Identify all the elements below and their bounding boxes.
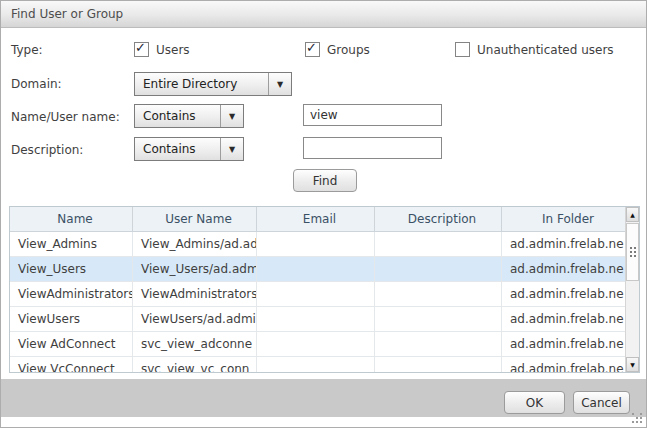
cell-description [375,232,502,256]
domain-dropdown[interactable]: Entire Directory ▼ [134,72,292,96]
table-row[interactable]: ViewUsers ViewUsers/ad.admi ad.admin.fre… [10,307,639,332]
groups-checkbox[interactable]: Groups [305,42,370,57]
cell-description [375,332,502,356]
resize-grip[interactable] [632,413,643,424]
chevron-down-icon: ▼ [229,112,235,121]
cell-name: View_Admins [10,232,133,256]
scrollbar-grip-icon [630,247,632,249]
cell-user-name: ViewAdministrators [133,282,257,306]
cell-in-folder: ad.admin.frelab.ne [502,357,626,373]
groups-checkbox-label: Groups [327,43,370,57]
type-label: Type: [11,43,43,57]
table-row[interactable]: View_Users View_Users/ad.adm ad.admin.fr… [10,257,639,282]
chevron-down-icon: ▼ [277,80,283,89]
cell-email [257,307,375,331]
table-row[interactable]: View VcConnect svc_view_vc_conn ad.admin… [10,357,639,373]
domain-label: Domain: [11,77,62,91]
cell-in-folder: ad.admin.frelab.ne [502,332,626,356]
cell-name: ViewUsers [10,307,133,331]
cell-name: ViewAdministrators [10,282,133,306]
checkbox-icon[interactable] [455,42,470,57]
dropdown-arrow-button[interactable]: ▼ [220,138,243,160]
cell-user-name: View_Admins/ad.ad [133,232,257,256]
cell-email [257,282,375,306]
cell-user-name: svc_view_adconne [133,332,257,356]
cell-name: View_Users [10,257,133,281]
description-match-dropdown[interactable]: Contains ▼ [134,137,244,161]
cell-email [257,332,375,356]
name-match-dropdown[interactable]: Contains ▼ [134,104,244,128]
cell-name: View VcConnect [10,357,133,373]
cell-email [257,232,375,256]
table-body: View_Admins View_Admins/ad.ad ad.admin.f… [10,232,639,373]
checkbox-icon[interactable] [134,42,149,57]
scroll-down-icon: ▼ [630,361,635,368]
unauthenticated-users-checkbox[interactable]: Unauthenticated users [455,42,614,57]
cell-description [375,357,502,373]
cell-in-folder: ad.admin.frelab.ne [502,282,626,306]
description-label: Description: [11,143,83,157]
cell-in-folder: ad.admin.frelab.ne [502,232,626,256]
column-header-user-name[interactable]: User Name [133,207,257,231]
cell-in-folder: ad.admin.frelab.ne [502,257,626,281]
description-search-input[interactable] [303,137,442,159]
users-checkbox[interactable]: Users [134,42,190,57]
cell-user-name: View_Users/ad.adm [133,257,257,281]
unauthenticated-users-checkbox-label: Unauthenticated users [477,43,614,57]
column-header-name[interactable]: Name [10,207,133,231]
cell-user-name: ViewUsers/ad.admi [133,307,257,331]
find-button[interactable]: Find [293,169,357,192]
table-row[interactable]: View AdConnect svc_view_adconne ad.admin… [10,332,639,357]
table-vertical-scrollbar[interactable]: ▲ ▼ [625,207,639,372]
column-header-email[interactable]: Email [257,207,375,231]
chevron-down-icon: ▼ [229,145,235,154]
cell-email [257,357,375,373]
column-header-description[interactable]: Description [375,207,502,231]
domain-dropdown-value: Entire Directory [135,77,268,91]
name-username-label: Name/User name: [11,110,120,124]
cell-email [257,257,375,281]
results-table: Name User Name Email Description In Fold… [9,206,640,373]
scrollbar-thumb[interactable] [626,223,639,281]
description-match-value: Contains [135,142,220,156]
table-row[interactable]: ViewAdministrators ViewAdministrators ad… [10,282,639,307]
dropdown-arrow-button[interactable]: ▼ [220,105,243,127]
cell-in-folder: ad.admin.frelab.ne [502,307,626,331]
cell-user-name: svc_view_vc_conn [133,357,257,373]
ok-button[interactable]: OK [504,391,565,414]
name-search-input[interactable] [303,104,442,126]
scroll-up-button[interactable]: ▲ [626,207,639,222]
scroll-down-button[interactable]: ▼ [626,357,639,372]
name-match-value: Contains [135,109,220,123]
find-user-or-group-dialog: Find User or Group Type: Domain: Name/Us… [0,0,647,428]
cell-name: View AdConnect [10,332,133,356]
dialog-title: Find User or Group [11,7,123,21]
scroll-up-icon: ▲ [630,211,635,218]
cell-description [375,257,502,281]
column-header-in-folder[interactable]: In Folder [502,207,626,231]
dropdown-arrow-button[interactable]: ▼ [268,73,291,95]
cell-description [375,282,502,306]
cancel-button[interactable]: Cancel [573,391,630,414]
table-header-row: Name User Name Email Description In Fold… [10,207,639,232]
cell-description [375,307,502,331]
dialog-titlebar[interactable]: Find User or Group [1,1,646,28]
checkbox-icon[interactable] [305,42,320,57]
users-checkbox-label: Users [156,43,190,57]
table-row[interactable]: View_Admins View_Admins/ad.ad ad.admin.f… [10,232,639,257]
